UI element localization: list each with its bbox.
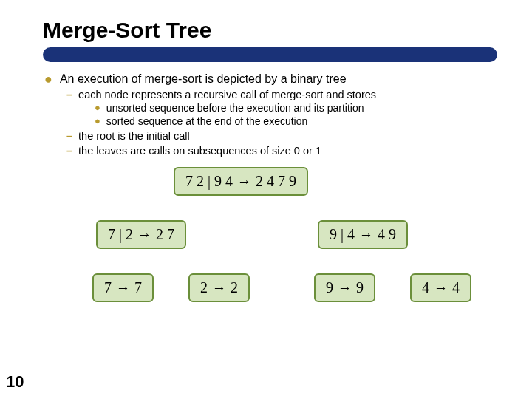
- bullet-level3: ● unsorted sequence before the execution…: [95, 102, 510, 114]
- bullet-dash-icon: –: [66, 89, 72, 100]
- bullet-level2: – each node represents a recursive call …: [66, 89, 510, 100]
- arrow-right-icon: →: [237, 174, 251, 190]
- page-number: 10: [6, 372, 24, 392]
- arrow-right-icon: →: [434, 280, 448, 296]
- tree-leaf-node: 2 → 2: [188, 273, 250, 302]
- node-sorted: 2 7: [156, 226, 174, 243]
- node-sorted: 7: [134, 279, 142, 296]
- node-unsorted: 9 | 4: [330, 226, 355, 243]
- tree-leaf-node: 7 → 7: [92, 273, 154, 302]
- arrow-right-icon: →: [212, 280, 226, 296]
- node-unsorted: 2: [200, 279, 208, 296]
- tree-root-node: 7 2 | 9 4 → 2 4 7 9: [174, 167, 308, 196]
- bullet-dot-icon: ●: [44, 72, 52, 86]
- bullet-level3: ● sorted sequence at the end of the exec…: [95, 115, 510, 127]
- title-accent-bar: [43, 47, 497, 62]
- node-sorted: 9: [356, 279, 364, 296]
- bullet-text: each node represents a recursive call of…: [78, 89, 376, 100]
- node-sorted: 2: [231, 279, 238, 296]
- tree-internal-node: 9 | 4 → 4 9: [318, 220, 408, 249]
- bullet-text: the leaves are calls on subsequences of …: [78, 145, 321, 157]
- slide-title: Merge-Sort Tree: [0, 15, 532, 47]
- content-area: ● An execution of merge-sort is depicted…: [0, 62, 532, 322]
- bullet-dot-icon: ●: [95, 102, 100, 114]
- node-sorted: 4 9: [378, 226, 396, 243]
- arrow-right-icon: →: [359, 227, 373, 243]
- bullet-text: sorted sequence at the end of the execut…: [106, 115, 307, 127]
- slide: Merge-Sort Tree ● An execution of merge-…: [0, 0, 532, 399]
- tree-leaf-node: 9 → 9: [314, 273, 375, 302]
- node-unsorted: 7 | 2: [108, 226, 133, 243]
- node-sorted: 4: [452, 279, 460, 296]
- node-unsorted: 9: [326, 279, 333, 296]
- arrow-right-icon: →: [137, 227, 151, 243]
- bullet-text: An execution of merge-sort is depicted b…: [60, 72, 347, 86]
- node-unsorted: 7: [104, 279, 112, 296]
- arrow-right-icon: →: [338, 280, 352, 296]
- bullet-level1: ● An execution of merge-sort is depicted…: [44, 72, 510, 86]
- node-sorted: 2 4 7 9: [256, 173, 296, 190]
- bullet-level2: – the leaves are calls on subsequences o…: [66, 145, 510, 157]
- merge-sort-tree: 7 2 | 9 4 → 2 4 7 9 7 | 2 → 2 7 9 | 4 → …: [55, 167, 499, 322]
- node-unsorted: 7 2 | 9 4: [185, 173, 233, 190]
- arrow-right-icon: →: [116, 280, 130, 296]
- node-unsorted: 4: [422, 279, 429, 296]
- bullet-dash-icon: –: [66, 130, 72, 142]
- tree-internal-node: 7 | 2 → 2 7: [96, 220, 186, 249]
- bullet-level2: – the root is the initial call: [66, 130, 510, 142]
- bullet-dash-icon: –: [66, 145, 72, 157]
- bullet-text: the root is the initial call: [78, 130, 190, 142]
- bullet-text: unsorted sequence before the execution a…: [106, 102, 364, 114]
- tree-leaf-node: 4 → 4: [410, 273, 471, 302]
- bullet-dot-icon: ●: [95, 115, 100, 127]
